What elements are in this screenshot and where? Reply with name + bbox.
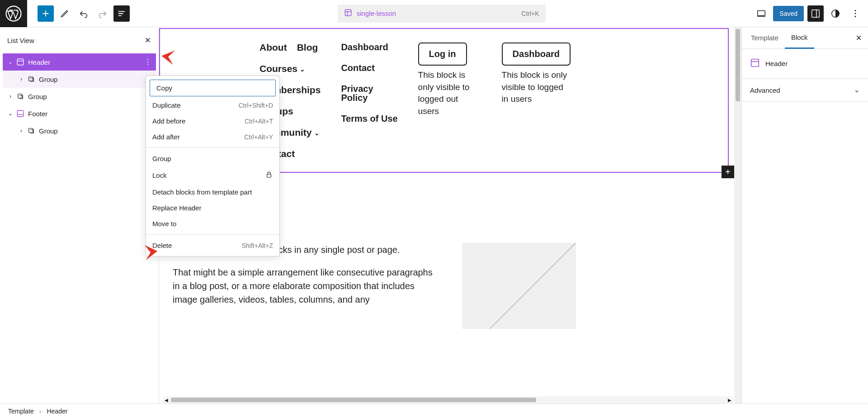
group-block-icon	[26, 126, 36, 136]
menu-add-after[interactable]: Add afterCtrl+Alt+Y	[146, 129, 279, 145]
top-tools-left	[38, 5, 130, 22]
visibility-note: This block is only visible to logged out…	[418, 69, 481, 117]
template-icon	[344, 9, 352, 18]
svg-point-6	[855, 13, 856, 14]
list-view-header: List View ×	[0, 27, 159, 53]
tab-template[interactable]: Template	[745, 28, 785, 48]
editor-breadcrumb: Template › Header	[0, 404, 868, 418]
header-block-icon	[15, 57, 25, 67]
login-button[interactable]: Log in	[418, 43, 467, 66]
advanced-accordion[interactable]: Advanced ⌄	[742, 79, 868, 102]
menu-delete[interactable]: DeleteShift+Alt+Z	[146, 238, 279, 253]
block-context-menu: Copy DuplicateCtrl+Shift+D Add beforeCtr…	[146, 76, 280, 256]
menu-duplicate[interactable]: DuplicateCtrl+Shift+D	[146, 97, 279, 113]
tree-item-group[interactable]: › Group	[3, 88, 156, 105]
chevron-right-icon[interactable]: ›	[16, 76, 26, 82]
menu-lock[interactable]: Lock	[146, 166, 279, 184]
svg-rect-2	[758, 10, 765, 15]
secondary-nav: Dashboard Contact PrivacyPolicy Terms of…	[341, 43, 397, 123]
tree-item-label: Group	[39, 127, 58, 135]
chevron-right-icon[interactable]: ›	[5, 93, 15, 100]
nav-link-dashboard[interactable]: Dashboard	[341, 43, 397, 52]
menu-replace-header[interactable]: Replace Header	[146, 200, 279, 216]
template-search-box[interactable]: single-lesson Ctrl+K	[338, 5, 546, 23]
wordpress-logo[interactable]	[0, 0, 27, 27]
paragraph-block[interactable]: That might be a simple arrangement like …	[173, 266, 435, 306]
block-tree: ⌄ Header ⋮ › Group 📌 › Group ⌄ Footer	[0, 53, 159, 139]
chevron-right-icon: ›	[39, 408, 42, 415]
nav-link-about[interactable]: About	[259, 43, 287, 52]
advanced-label: Advanced	[750, 86, 780, 94]
redo-button[interactable]	[94, 5, 111, 22]
add-block-button[interactable]	[38, 5, 54, 22]
block-inspector: Template Block × Header Advanced ⌄	[741, 27, 868, 418]
login-visibility-block: Log in This block is only visible to log…	[418, 43, 481, 117]
tree-item-header[interactable]: ⌄ Header ⋮	[3, 53, 156, 71]
undo-button[interactable]	[75, 5, 92, 22]
tool-pencil-button[interactable]	[57, 5, 73, 22]
tree-item-footer[interactable]: ⌄ Footer	[3, 105, 156, 122]
nav-link-privacy[interactable]: PrivacyPolicy	[341, 84, 397, 102]
svg-point-5	[855, 10, 856, 11]
chevron-down-icon[interactable]: ⌄	[5, 59, 15, 65]
top-tools-right: Saved	[753, 5, 863, 22]
breadcrumb-template[interactable]: Template	[8, 408, 34, 415]
svg-rect-3	[812, 10, 820, 17]
saved-button[interactable]: Saved	[773, 6, 804, 21]
svg-rect-12	[29, 128, 33, 133]
footer-block-icon	[15, 109, 25, 119]
tree-item-label: Group	[39, 76, 58, 83]
svg-rect-14	[267, 174, 271, 177]
menu-group[interactable]: Group	[146, 151, 279, 166]
svg-rect-10	[18, 94, 22, 98]
tree-item-label: Footer	[28, 110, 47, 118]
selected-block-name: Header	[765, 60, 788, 67]
view-devices-button[interactable]	[753, 5, 769, 22]
close-icon[interactable]: ×	[145, 34, 151, 46]
close-icon[interactable]: ×	[856, 32, 865, 44]
chevron-down-icon[interactable]: ⌄	[5, 110, 15, 117]
selected-block-row: Header	[742, 49, 868, 79]
svg-rect-11	[17, 110, 24, 117]
canvas-horizontal-scrollbar[interactable]: ◀ ▶	[163, 396, 733, 404]
tree-item-group[interactable]: › Group 📌	[3, 71, 156, 88]
svg-rect-8	[17, 59, 24, 65]
svg-rect-9	[29, 77, 33, 81]
add-block-inline-button[interactable]: +	[722, 166, 734, 178]
lock-icon	[265, 171, 273, 180]
svg-rect-1	[345, 10, 351, 16]
editor-topbar: single-lesson Ctrl+K Saved	[0, 0, 868, 27]
list-view-sidebar: List View × ⌄ Header ⋮ › Group 📌 › Group	[0, 27, 159, 418]
breadcrumb-header[interactable]: Header	[47, 408, 67, 415]
visibility-note: This block is only visible to logged in …	[502, 69, 570, 105]
svg-point-7	[855, 15, 856, 17]
nav-link-blog[interactable]: Blog	[297, 43, 318, 52]
nav-link-contact[interactable]: Contact	[341, 63, 397, 72]
menu-copy[interactable]: Copy	[150, 80, 276, 96]
nav-link-courses[interactable]: Courses⌄	[259, 64, 321, 73]
chevron-right-icon[interactable]: ›	[16, 128, 26, 134]
menu-detach[interactable]: Detach blocks from template part	[146, 184, 279, 200]
tree-item-label: Header	[28, 58, 50, 66]
tree-item-group[interactable]: › Group	[3, 122, 156, 139]
chevron-down-icon: ⌄	[314, 129, 320, 137]
more-options-button[interactable]	[847, 5, 863, 22]
dashboard-button[interactable]: Dashboard	[502, 43, 571, 66]
styles-button[interactable]	[827, 5, 844, 22]
dashboard-visibility-block: Dashboard This block is only visible to …	[502, 43, 570, 105]
saved-label: Saved	[779, 10, 797, 17]
menu-move-to[interactable]: Move to	[146, 216, 279, 232]
svg-rect-13	[751, 59, 759, 67]
group-block-icon	[26, 74, 36, 84]
tree-item-label: Group	[28, 93, 47, 100]
list-view-toggle-button[interactable]	[113, 5, 130, 22]
menu-add-before[interactable]: Add beforeCtrl+Alt+T	[146, 113, 279, 129]
canvas-vertical-scrollbar[interactable]	[734, 27, 741, 418]
nav-link-terms[interactable]: Terms of Use	[341, 114, 397, 123]
header-block-icon	[750, 58, 760, 69]
list-view-title: List View	[7, 37, 34, 44]
tab-block[interactable]: Block	[785, 27, 814, 49]
inspector-tabs: Template Block ×	[742, 27, 868, 49]
image-placeholder[interactable]	[462, 243, 576, 329]
settings-panel-toggle[interactable]	[807, 5, 824, 22]
